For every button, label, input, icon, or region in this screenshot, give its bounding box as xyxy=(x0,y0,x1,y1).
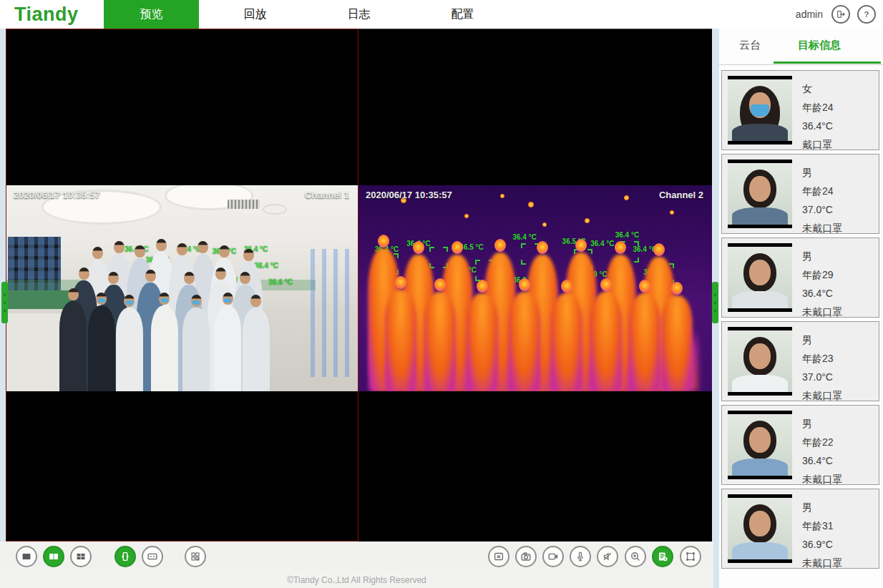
logout-button[interactable] xyxy=(831,5,850,24)
thermal-person xyxy=(424,278,457,391)
target-mask: 未戴口罩 xyxy=(802,554,842,572)
layout-single-icon xyxy=(20,550,33,563)
target-mask: 未戴口罩 xyxy=(802,386,842,405)
target-card[interactable]: 女 年龄24 36.4°C 戴口罩 xyxy=(721,70,879,150)
target-mask: 未戴口罩 xyxy=(802,470,842,489)
hot-spot xyxy=(464,214,469,218)
hot-spot xyxy=(624,195,629,200)
sidebar-tabs: 云台 目标信息 xyxy=(719,29,883,64)
target-photo xyxy=(728,76,792,144)
target-temp: 36.4°C xyxy=(802,117,834,135)
person xyxy=(150,293,179,391)
target-mask: 未戴口罩 xyxy=(802,219,842,237)
video-pane-channel-1[interactable]: 2020/06/17 10:35:57 Channel 1 36.4 °C36.… xyxy=(6,29,358,542)
microphone-icon xyxy=(574,550,587,563)
help-button[interactable]: ? xyxy=(857,5,876,24)
channel-2-thermal-video: 2020/06/17 10:35:57 Channel 2 36.4 °C36.… xyxy=(358,185,712,391)
tab-preview[interactable]: 预览 xyxy=(104,0,199,29)
person xyxy=(115,295,144,391)
thermal-person xyxy=(660,282,693,391)
thermal-person xyxy=(508,278,541,391)
close-stream-icon xyxy=(492,550,505,563)
target-photo xyxy=(728,327,792,396)
top-bar: Tiandy 预览 回放 日志 配置 admin ? xyxy=(0,0,883,29)
target-temp: 36.9°C xyxy=(802,535,842,554)
footer: ©Tiandy Co.,Ltd All Rights Reserved xyxy=(0,572,713,588)
target-gender: 男 xyxy=(802,498,842,516)
collapse-handle-right[interactable]: ››› xyxy=(712,282,718,323)
display-cabinet xyxy=(311,249,356,377)
main-nav: 预览 回放 日志 配置 xyxy=(104,0,519,29)
active-tab-underline xyxy=(774,62,881,64)
tab-config[interactable]: 配置 xyxy=(415,0,510,29)
hot-spot xyxy=(585,218,590,223)
channel-pattern-button[interactable] xyxy=(185,546,206,567)
channel-pattern-icon xyxy=(189,550,202,563)
person xyxy=(87,293,116,391)
layout-split-2-button[interactable] xyxy=(43,546,64,567)
target-age: 年龄23 xyxy=(802,349,842,368)
close-stream-button[interactable] xyxy=(488,546,509,567)
target-photo xyxy=(728,243,792,312)
audio-mute-button[interactable] xyxy=(597,546,618,567)
snapshot-button[interactable] xyxy=(515,546,537,567)
collapse-handle-left[interactable]: ››› xyxy=(1,282,8,323)
aspect-portrait-button[interactable] xyxy=(114,546,136,567)
timestamp-overlay: 2020/06/17 10:35:57 xyxy=(366,190,452,200)
aspect-portrait-icon xyxy=(119,550,132,563)
talk-button[interactable] xyxy=(570,546,591,567)
hot-spot xyxy=(500,194,504,198)
aspect-stretch-button[interactable] xyxy=(142,546,163,567)
digital-zoom-button[interactable] xyxy=(625,546,646,567)
user-area: admin ? xyxy=(796,0,883,29)
target-age: 年龄24 xyxy=(802,182,842,200)
target-mask: 未戴口罩 xyxy=(802,303,842,321)
target-card[interactable]: 男 年龄23 37.0°C 未戴口罩 xyxy=(721,321,879,401)
layout-single-button[interactable] xyxy=(16,546,37,567)
target-card[interactable]: 男 年龄29 36.4°C 未戴口罩 xyxy=(721,237,879,318)
thermal-person xyxy=(628,280,661,391)
target-info-toggle-button[interactable] xyxy=(652,546,673,567)
ceiling-lamp xyxy=(263,204,286,215)
target-info: 男 年龄22 36.4°C 未戴口罩 xyxy=(792,406,842,484)
person xyxy=(182,295,210,391)
target-card[interactable]: 男 年龄31 36.9°C 未戴口罩 xyxy=(721,489,879,569)
help-icon: ? xyxy=(861,9,872,20)
thermal-person xyxy=(550,280,583,391)
bottom-toolbar xyxy=(0,542,713,572)
target-info: 男 年龄29 36.4°C 未戴口罩 xyxy=(792,238,842,317)
target-card[interactable]: 男 年龄22 36.4°C 未戴口罩 xyxy=(721,405,879,485)
record-icon xyxy=(547,550,560,563)
target-info: 女 年龄24 36.4°C 戴口罩 xyxy=(792,71,834,150)
target-photo xyxy=(728,411,792,479)
hot-spot xyxy=(542,222,547,227)
channel-name-overlay: Channel 2 xyxy=(659,190,703,200)
video-pane-channel-2[interactable]: 2020/06/17 10:35:57 Channel 2 36.4 °C36.… xyxy=(358,29,712,542)
target-temp: 37.0°C xyxy=(802,368,842,386)
target-age: 年龄22 xyxy=(802,433,842,451)
hot-spot xyxy=(528,202,534,207)
target-gender: 男 xyxy=(802,330,842,349)
sidebar: 云台 目标信息 女 年龄24 36.4°C 戴口罩 男 年龄24 37 xyxy=(719,29,883,588)
white-counter xyxy=(6,313,66,391)
record-button[interactable] xyxy=(542,546,564,567)
sidebar-tab-ptz[interactable]: 云台 xyxy=(739,39,761,52)
target-temp: 36.4°C xyxy=(802,284,842,303)
video-grid: 2020/06/17 10:35:57 Channel 1 36.4 °C36.… xyxy=(6,29,712,542)
temp-label: 36.4 °C xyxy=(615,231,639,239)
target-age: 年龄24 xyxy=(802,98,834,117)
tab-playback[interactable]: 回放 xyxy=(208,0,303,29)
speaker-muted-icon xyxy=(601,550,614,563)
target-info: 男 年龄24 37.0°C 未戴口罩 xyxy=(792,155,842,233)
target-mask: 戴口罩 xyxy=(802,135,834,154)
layout-split-4-button[interactable] xyxy=(70,546,92,567)
svg-text:?: ? xyxy=(864,10,869,19)
fullscreen-button[interactable] xyxy=(680,546,701,567)
tab-log[interactable]: 日志 xyxy=(311,0,406,29)
sidebar-tab-target-info[interactable]: 目标信息 xyxy=(798,39,841,52)
target-card[interactable]: 男 年龄24 37.0°C 未戴口罩 xyxy=(721,154,879,234)
sidebar-divider xyxy=(719,64,883,65)
person xyxy=(242,295,270,391)
channel-1-video: 2020/06/17 10:35:57 Channel 1 36.4 °C36.… xyxy=(6,185,358,391)
app-window: Tiandy 预览 回放 日志 配置 admin ? xyxy=(0,0,883,588)
